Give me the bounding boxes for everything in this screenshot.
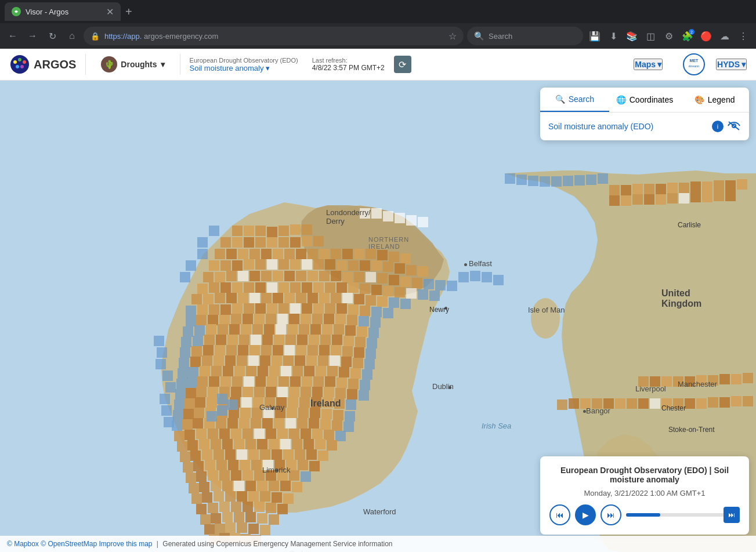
playback-controls: ⏮ ▶ ⏭ ⏭ [549, 504, 740, 525]
drought-icon: 🌵 [101, 56, 117, 72]
layer-info-button[interactable]: i [712, 121, 724, 132]
status-bar: © Mapbox © OpenStreetMap Improve this ma… [0, 536, 756, 552]
app-header: ARGOS 🌵 Droughts ▾ European Drought Obse… [0, 49, 756, 81]
hyds-arrow: ▾ [741, 60, 746, 69]
tab-title: Visor - Argos [26, 8, 102, 16]
svg-point-11 [531, 298, 560, 339]
new-tab-button[interactable]: + [125, 5, 132, 19]
met-logo-icon: MET éireann [681, 53, 707, 76]
bangor-dot [583, 410, 586, 413]
hyds-button[interactable]: HYDS ▾ [716, 59, 747, 70]
progress-end-button[interactable]: ⏭ [724, 507, 740, 523]
coordinates-tab[interactable]: 🌐 Coordinates [609, 88, 681, 112]
layer-subtitle[interactable]: Soil moisture anomaly ▾ [190, 64, 298, 72]
skip-forward-button[interactable]: ⏭ [601, 504, 621, 525]
header-divider [85, 54, 86, 75]
download-icon[interactable]: ⬇ [605, 28, 621, 44]
extension1-icon[interactable]: 🧩2 [679, 28, 696, 44]
panel-tabs: 🔍 Search 🌐 Coordinates 🎨 Legend [540, 88, 749, 112]
argos-logo-text: ARGOS [34, 58, 76, 71]
address-highlight: https://app. [104, 32, 142, 41]
progress-fill [626, 513, 660, 517]
layer-title: European Drought Observatory (EDO) [190, 57, 298, 64]
maps-arrow: ▾ [657, 60, 661, 69]
osm-link[interactable]: © OpenStreetMap [41, 540, 97, 548]
svg-text:MET: MET [690, 59, 699, 63]
argos-logo-icon [9, 54, 30, 75]
refresh-button[interactable]: ⟳ [394, 56, 411, 73]
lock-icon: 🔒 [91, 32, 100, 41]
skip-back-button[interactable]: ⏮ [549, 504, 570, 525]
back-button[interactable]: ← [5, 28, 21, 44]
newry-dot [444, 307, 447, 310]
improve-link[interactable]: Improve this map [99, 540, 152, 548]
info-panel-date: Monday, 3/21/2022 1:00 AM GMT+1 [549, 489, 740, 497]
svg-text:éireann: éireann [689, 64, 699, 68]
svg-point-2 [13, 60, 17, 64]
browser-nav-icons: 💾 ⬇ 📚 ◫ ⚙ 🧩2 🔴 ☁ ⋮ [587, 28, 751, 44]
forward-button[interactable]: → [24, 28, 41, 44]
extension2-icon[interactable]: 🔴 [698, 28, 714, 44]
home-button[interactable]: ⌂ [64, 28, 80, 44]
pocket-icon[interactable]: 💾 [587, 28, 603, 44]
layer-icons: i [712, 121, 741, 132]
svg-point-4 [23, 60, 26, 64]
browser-chrome: Visor - Argos ✕ + ← → ↻ ⌂ 🔒 https://app.… [0, 0, 756, 49]
layer-name[interactable]: Soil moisture anomaly (EDO) [548, 122, 653, 131]
timeline-progress-bar[interactable]: ⏭ [626, 513, 740, 517]
play-button[interactable]: ▶ [575, 504, 596, 525]
search-tab[interactable]: 🔍 Search [540, 88, 609, 112]
status-separator: | [157, 540, 158, 548]
nav-bar: ← → ↻ ⌂ 🔒 https://app. argos-emergency.c… [0, 23, 756, 49]
layer-info: European Drought Observatory (EDO) Soil … [190, 57, 298, 72]
browser-search-text: Search [489, 32, 512, 41]
info-panel: European Drought Observatory (EDO) | Soi… [540, 456, 749, 535]
maps-label: Maps [635, 60, 656, 69]
address-bar[interactable]: 🔒 https://app. argos-emergency.com ☆ [84, 27, 464, 45]
active-tab[interactable]: Visor - Argos ✕ [5, 2, 121, 21]
coordinates-tab-icon: 🌐 [616, 95, 626, 104]
svg-point-5 [16, 65, 19, 68]
drought-dropdown-arrow: ▾ [161, 60, 165, 69]
svg-point-6 [20, 65, 24, 68]
menu-button[interactable]: ⋮ [735, 28, 751, 44]
coordinates-tab-label: Coordinates [630, 95, 674, 104]
collections-icon[interactable]: 📚 [624, 28, 640, 44]
drought-button[interactable]: 🌵 Droughts ▾ [95, 54, 170, 75]
search-tab-label: Search [569, 95, 594, 104]
tab-favicon [12, 7, 21, 16]
info-panel-title: European Drought Observatory (EDO) | Soi… [549, 466, 740, 484]
sidebar-icon[interactable]: ◫ [642, 28, 659, 44]
bookmark-icon[interactable]: ☆ [448, 31, 457, 42]
drought-label: Droughts [121, 60, 157, 69]
eye-off-icon [727, 121, 741, 131]
dublin-dot [448, 386, 451, 389]
layer-visibility-toggle[interactable] [727, 121, 741, 132]
cloud-icon[interactable]: ☁ [717, 28, 733, 44]
tab-close-button[interactable]: ✕ [106, 6, 114, 17]
browser-search-icon: 🔍 [474, 31, 484, 41]
legend-tab-label: Legend [708, 95, 735, 104]
galway-dot [271, 407, 274, 410]
hyds-label: HYDS [717, 60, 740, 69]
settings-icon[interactable]: ⚙ [661, 28, 677, 44]
layer-subtitle-arrow: ▾ [266, 64, 270, 72]
maps-button[interactable]: Maps ▾ [634, 59, 663, 70]
svg-point-3 [18, 58, 21, 61]
legend-tab-icon: 🎨 [694, 95, 704, 104]
map-container[interactable]: Londonderry/Derry NORTHERNIRELAND Belfas… [0, 81, 756, 552]
search-tab-icon: 🔍 [555, 95, 565, 104]
generated-text: Generated using Copernicus Emergency Man… [162, 540, 392, 548]
refresh-button[interactable]: ↻ [44, 28, 60, 44]
refresh-info: Last refresh: 4/8/22 3:57 PM GMT+2 [312, 57, 385, 72]
mapbox-link[interactable]: © Mapbox [7, 540, 39, 548]
refresh-time: 4/8/22 3:57 PM GMT+2 [312, 64, 385, 72]
legend-tab[interactable]: 🎨 Legend [680, 88, 749, 112]
limerick-dot [276, 469, 278, 472]
address-text: https://app. argos-emergency.com [104, 32, 444, 41]
badge: 2 [689, 29, 694, 35]
address-domain: argos-emergency.com [144, 32, 218, 41]
met-logo: MET éireann [681, 53, 707, 76]
browser-search-box[interactable]: 🔍 Search [467, 27, 583, 45]
refresh-label: Last refresh: [312, 57, 385, 64]
